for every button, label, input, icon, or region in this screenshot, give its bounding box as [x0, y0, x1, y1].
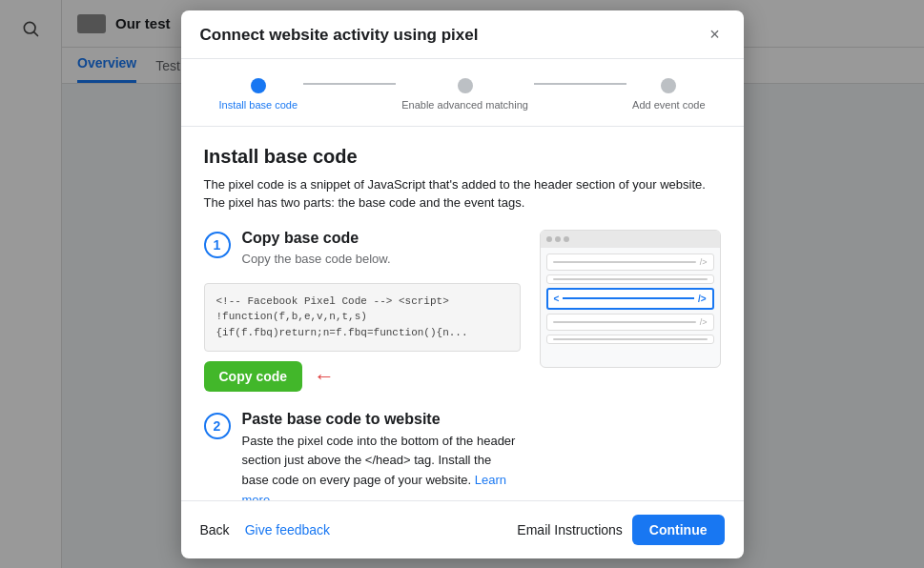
copy-row: Copy code ←	[204, 361, 521, 392]
illus-line-3: />	[546, 314, 714, 331]
step-2-desc: Paste the pixel code into the bottom of …	[242, 432, 521, 500]
step-1-sub: Copy the base code below.	[242, 251, 391, 268]
illus-line-2	[546, 274, 714, 284]
modal: Connect website activity using pixel × I…	[181, 10, 744, 558]
illus-top-bar	[541, 231, 720, 248]
step-2-section: 2 Paste base code to website Paste the p…	[204, 411, 521, 500]
continue-button[interactable]: Continue	[632, 515, 725, 545]
step-2-circle	[458, 78, 473, 93]
step-3: Add event code	[632, 78, 705, 111]
give-feedback-link[interactable]: Give feedback	[245, 522, 331, 538]
modal-title: Connect website activity using pixel	[200, 26, 725, 58]
step-1-label: Install base code	[219, 99, 298, 111]
section-title: Install base code	[204, 146, 721, 168]
footer-right: Email Instructions Continue	[517, 515, 724, 545]
step-1-circle	[251, 78, 266, 93]
modal-header: Connect website activity using pixel ×	[181, 10, 744, 59]
footer-left: Back Give feedback	[200, 522, 331, 538]
email-instructions-button[interactable]: Email Instructions	[517, 522, 622, 538]
left-column: 1 Copy base code Copy the base code belo…	[204, 230, 521, 500]
two-col-layout: 1 Copy base code Copy the base code belo…	[204, 230, 721, 500]
step-line-2	[534, 83, 626, 85]
step-1-heading: Copy base code	[242, 230, 391, 247]
illus-dot-1	[546, 236, 552, 242]
illus-dot-2	[555, 236, 561, 242]
illus-dot-3	[564, 236, 569, 242]
copy-code-button[interactable]: Copy code	[204, 361, 303, 392]
illus-line-1: />	[546, 254, 714, 271]
step-2-label: Enable advanced matching	[401, 99, 528, 111]
step-line-1	[303, 83, 396, 85]
illus-highlighted-panel: < />	[546, 288, 714, 310]
step-2-content: Paste base code to website Paste the pix…	[242, 411, 521, 500]
step-2-number: 2	[204, 413, 231, 439]
code-box: <!-- Facebook Pixel Code --> <script> !f…	[204, 283, 521, 352]
modal-footer: Back Give feedback Email Instructions Co…	[181, 500, 744, 558]
stepper: Install base code Enable advanced matchi…	[181, 59, 744, 127]
step-1-content: Copy base code Copy the base code below.	[242, 230, 391, 268]
modal-overlay: Connect website activity using pixel × I…	[0, 0, 924, 568]
step-1-number: 1	[204, 232, 231, 258]
step-3-label: Add event code	[632, 99, 705, 111]
arrow-indicator: ←	[314, 364, 335, 389]
illustration: /> < />	[540, 230, 721, 368]
step-2-heading: Paste base code to website	[242, 411, 521, 428]
back-button[interactable]: Back	[200, 522, 230, 538]
illus-body: /> < />	[541, 248, 720, 350]
step-1: Install base code	[219, 78, 298, 111]
step-1-section: 1 Copy base code Copy the base code belo…	[204, 230, 521, 268]
close-button[interactable]: ×	[702, 22, 729, 49]
right-column: /> < />	[540, 230, 721, 368]
section-desc: The pixel code is a snippet of JavaScrip…	[204, 175, 721, 213]
step-3-circle	[661, 78, 676, 93]
illus-line-4	[546, 335, 714, 344]
modal-body: Install base code The pixel code is a sn…	[181, 127, 744, 500]
step-2: Enable advanced matching	[401, 78, 528, 111]
